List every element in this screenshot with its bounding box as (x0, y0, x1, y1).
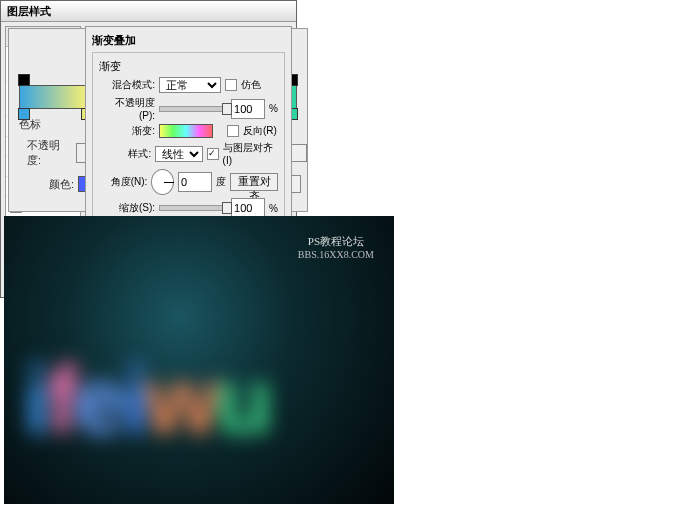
style-select[interactable]: 线性 (155, 146, 203, 162)
dither-label: 仿色 (241, 78, 261, 92)
angle-unit: 度 (216, 175, 226, 189)
gradient-preview[interactable] (159, 124, 213, 138)
blend-mode-label: 混合模式: (99, 78, 155, 92)
neon-char: w (145, 346, 215, 455)
preview-credit: PS教程论坛 BBS.16XX8.COM (298, 234, 374, 262)
ls-opacity-unit: % (269, 103, 278, 114)
align-label: 与图层对齐(I) (223, 141, 278, 166)
ls-opacity-label: 不透明度(P): (99, 96, 155, 121)
dither-checkbox[interactable] (225, 79, 237, 91)
settings-title: 渐变叠加 (92, 33, 285, 48)
credit-line1: PS教程论坛 (298, 234, 374, 248)
scale-input[interactable] (231, 198, 265, 218)
gradient-label: 渐变: (99, 124, 155, 138)
credit-line2: BBS.16XX8.COM (298, 248, 374, 262)
ls-opacity-input[interactable] (231, 99, 265, 119)
neon-char: e (74, 346, 123, 455)
angle-label: 角度(N): (99, 175, 147, 189)
scale-label: 缩放(S): (99, 201, 155, 215)
angle-dial[interactable] (151, 169, 174, 195)
neon-char: i (123, 346, 145, 455)
opacity-stop[interactable] (18, 74, 30, 86)
reverse-label: 反向(R) (243, 124, 277, 138)
align-checkbox[interactable] (207, 148, 218, 160)
reset-align-button[interactable]: 重置对齐 (230, 173, 278, 191)
neon-char: i (24, 346, 46, 455)
color-stop[interactable] (18, 108, 30, 120)
neon-char: u (215, 346, 269, 455)
opacity-slider[interactable] (159, 106, 227, 112)
neon-char: f (46, 346, 74, 455)
reverse-checkbox[interactable] (227, 125, 239, 137)
blend-mode-select[interactable]: 正常 (159, 77, 221, 93)
neon-text: ifeiwu (24, 346, 269, 455)
style-label: 样式: (99, 147, 151, 161)
opacity-label: 不透明度: (27, 138, 72, 168)
scale-slider[interactable] (159, 205, 227, 211)
dialog-title: 图层样式 (1, 1, 296, 22)
effect-preview: PS教程论坛 BBS.16XX8.COM ifeiwu (4, 216, 394, 504)
angle-input[interactable] (178, 172, 212, 192)
sub-title: 渐变 (99, 59, 278, 74)
scale-unit: % (269, 203, 278, 214)
color-label: 颜色: (49, 177, 74, 192)
